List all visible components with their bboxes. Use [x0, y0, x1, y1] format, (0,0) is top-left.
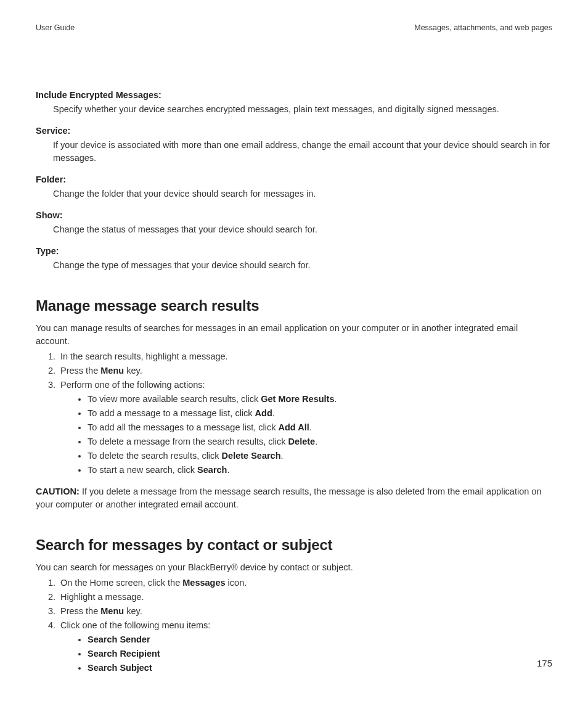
sub-list: To view more available search results, c… — [60, 393, 552, 477]
header-right: Messages, attachments, and web pages — [414, 22, 552, 33]
bold-text: Messages — [182, 578, 225, 588]
bold-text: Search Recipient — [88, 649, 160, 659]
dl-def: Specify whether your device searches enc… — [53, 103, 552, 116]
dl-term: Show: — [36, 209, 552, 222]
page-number: 175 — [537, 657, 552, 670]
list-item: To add all the messages to a message lis… — [88, 421, 552, 434]
dl-item: Show: Change the status of messages that… — [36, 209, 552, 236]
page-content: User Guide Messages, attachments, and we… — [0, 0, 588, 675]
text: Press the — [60, 366, 100, 376]
text: On the Home screen, click the — [60, 578, 182, 588]
section-intro: You can manage results of searches for m… — [36, 322, 552, 348]
list-item: To start a new search, click Search. — [88, 464, 552, 477]
dl-term: Type: — [36, 245, 552, 258]
list-item: In the search results, highlight a messa… — [58, 350, 552, 363]
bold-text: Menu — [100, 366, 124, 376]
list-item: Perform one of the following actions: To… — [58, 379, 552, 477]
dl-item: Service: If your device is associated wi… — [36, 125, 552, 165]
dl-item: Include Encrypted Messages: Specify whet… — [36, 89, 552, 116]
definition-list: Include Encrypted Messages: Specify whet… — [36, 89, 552, 272]
text: To delete the search results, click — [88, 451, 222, 461]
section-intro: You can search for messages on your Blac… — [36, 561, 552, 574]
text: To delete a message from the search resu… — [88, 437, 288, 446]
bold-text: Get More Results — [261, 394, 334, 404]
text: icon. — [226, 578, 247, 588]
list-item: Search Subject — [88, 662, 552, 675]
text: To start a new search, click — [88, 465, 197, 475]
text: To view more available search results, c… — [88, 394, 261, 404]
text: Perform one of the following actions: — [60, 380, 205, 390]
list-item: Press the Menu key. — [58, 364, 552, 377]
list-item: To delete a message from the search resu… — [88, 435, 552, 448]
dl-def: If your device is associated with more t… — [53, 139, 552, 165]
list-item: On the Home screen, click the Messages i… — [58, 577, 552, 589]
list-item: Search Recipient — [88, 647, 552, 660]
bold-text: Search Sender — [88, 634, 150, 644]
bold-text: Delete Search — [222, 451, 281, 461]
section-heading-search-by: Search for messages by contact or subjec… — [36, 535, 552, 556]
section-heading-manage: Manage message search results — [36, 295, 552, 317]
text: Click one of the following menu items: — [60, 620, 210, 630]
dl-def: Change the type of messages that your de… — [53, 259, 552, 272]
caution-text: If you delete a message from the message… — [36, 486, 541, 509]
list-item: To delete the search results, click Dele… — [88, 449, 552, 462]
bold-text: Delete — [288, 437, 316, 446]
text: To add all the messages to a message lis… — [88, 422, 278, 432]
list-item: Click one of the following menu items: S… — [58, 619, 552, 675]
dl-term: Folder: — [36, 173, 552, 186]
dl-term: Include Encrypted Messages: — [36, 89, 552, 102]
list-item: To view more available search results, c… — [88, 393, 552, 406]
bold-text: Add — [255, 408, 272, 418]
dl-def: Change the folder that your device shoul… — [53, 187, 552, 200]
bold-text: Menu — [100, 606, 124, 616]
caution-paragraph: CAUTION: If you delete a message from th… — [36, 485, 552, 511]
sub-list: Search Sender Search Recipient Search Su… — [60, 633, 552, 675]
text: key. — [124, 606, 142, 616]
dl-item: Folder: Change the folder that your devi… — [36, 173, 552, 200]
dl-item: Type: Change the type of messages that y… — [36, 245, 552, 272]
bold-text: Search — [197, 465, 227, 475]
dl-def: Change the status of messages that your … — [53, 223, 552, 236]
dl-term: Service: — [36, 125, 552, 138]
list-item: Press the Menu key. — [58, 605, 552, 618]
bold-text: Search Subject — [88, 663, 152, 673]
list-item: To add a message to a message list, clic… — [88, 407, 552, 420]
caution-label: CAUTION: — [36, 486, 80, 496]
text: To add a message to a message list, clic… — [88, 408, 255, 418]
header-left: User Guide — [36, 22, 75, 33]
steps-list: On the Home screen, click the Messages i… — [36, 577, 552, 675]
page-header: User Guide Messages, attachments, and we… — [36, 22, 552, 33]
steps-list: In the search results, highlight a messa… — [36, 350, 552, 477]
bold-text: Add All — [278, 422, 309, 432]
list-item: Highlight a message. — [58, 591, 552, 604]
text: key. — [124, 366, 142, 376]
text: Press the — [60, 606, 100, 616]
list-item: Search Sender — [88, 633, 552, 646]
